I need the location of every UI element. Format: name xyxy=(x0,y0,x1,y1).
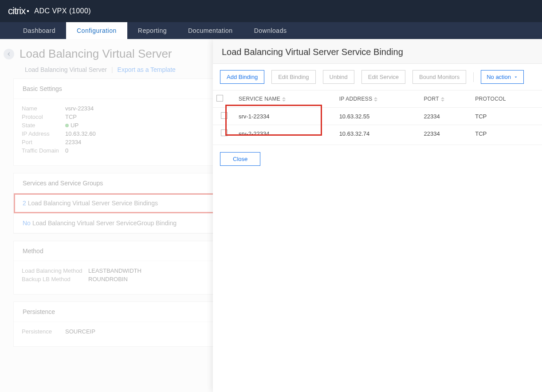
sort-icon xyxy=(282,97,286,102)
select-all-checkbox[interactable] xyxy=(216,95,223,102)
cell-port: 22334 xyxy=(420,108,471,125)
top-bar: citrix ADC VPX (1000) xyxy=(0,0,542,22)
panel-title: Load Balancing Virtual Server Service Bi… xyxy=(213,39,542,64)
bindings-table-wrapper: SERVICE NAME IP ADDRESS PORT PROTOCOL sr… xyxy=(213,90,542,142)
nav-bar: Dashboard Configuration Reporting Docume… xyxy=(0,22,542,39)
tab-downloads[interactable]: Downloads xyxy=(244,22,298,39)
col-port[interactable]: PORT xyxy=(420,90,471,108)
sort-icon xyxy=(441,97,444,102)
brand-text: citrix xyxy=(8,5,25,17)
row-checkbox[interactable] xyxy=(221,112,228,119)
tab-reporting[interactable]: Reporting xyxy=(127,22,177,39)
panel-footer: Close xyxy=(213,145,542,173)
col-service-name[interactable]: SERVICE NAME xyxy=(235,90,336,108)
cell-ip: 10.63.32.55 xyxy=(336,108,420,125)
brand-dot-icon xyxy=(27,10,29,12)
no-action-label: No action xyxy=(487,74,511,80)
edit-service-button[interactable]: Edit Service xyxy=(361,70,405,84)
sort-icon xyxy=(374,97,377,102)
cell-protocol: TCP xyxy=(471,108,542,125)
toolbar-divider xyxy=(473,72,474,82)
col-protocol[interactable]: PROTOCOL xyxy=(471,90,542,108)
add-binding-button[interactable]: Add Binding xyxy=(220,70,264,84)
edit-binding-button[interactable]: Edit Binding xyxy=(271,70,315,84)
table-row[interactable]: srv-1-22334 10.63.32.55 22334 TCP xyxy=(213,108,542,125)
cell-port: 22334 xyxy=(420,125,471,142)
tab-dashboard[interactable]: Dashboard xyxy=(12,22,66,39)
panel-toolbar: Add Binding Edit Binding Unbind Edit Ser… xyxy=(213,64,542,90)
tab-documentation[interactable]: Documentation xyxy=(177,22,244,39)
product-name: ADC VPX (1000) xyxy=(34,7,91,15)
cell-service-name: srv-1-22334 xyxy=(235,108,336,125)
bound-monitors-button[interactable]: Bound Monitors xyxy=(412,70,466,84)
bindings-table: SERVICE NAME IP ADDRESS PORT PROTOCOL sr… xyxy=(213,90,542,142)
cell-service-name: srv-2-22334 xyxy=(235,125,336,142)
tab-configuration[interactable]: Configuration xyxy=(66,22,127,39)
chevron-down-icon xyxy=(514,75,518,79)
service-binding-panel: Load Balancing Virtual Server Service Bi… xyxy=(213,39,542,392)
brand-logo: citrix xyxy=(8,5,29,17)
unbind-button[interactable]: Unbind xyxy=(323,70,354,84)
cell-ip: 10.63.32.74 xyxy=(336,125,420,142)
close-button[interactable]: Close xyxy=(220,152,260,166)
row-checkbox[interactable] xyxy=(221,129,228,136)
col-ip-address[interactable]: IP ADDRESS xyxy=(336,90,420,108)
no-action-dropdown[interactable]: No action xyxy=(481,70,524,84)
cell-protocol: TCP xyxy=(471,125,542,142)
table-row[interactable]: srv-2-22334 10.63.32.74 22334 TCP xyxy=(213,125,542,142)
